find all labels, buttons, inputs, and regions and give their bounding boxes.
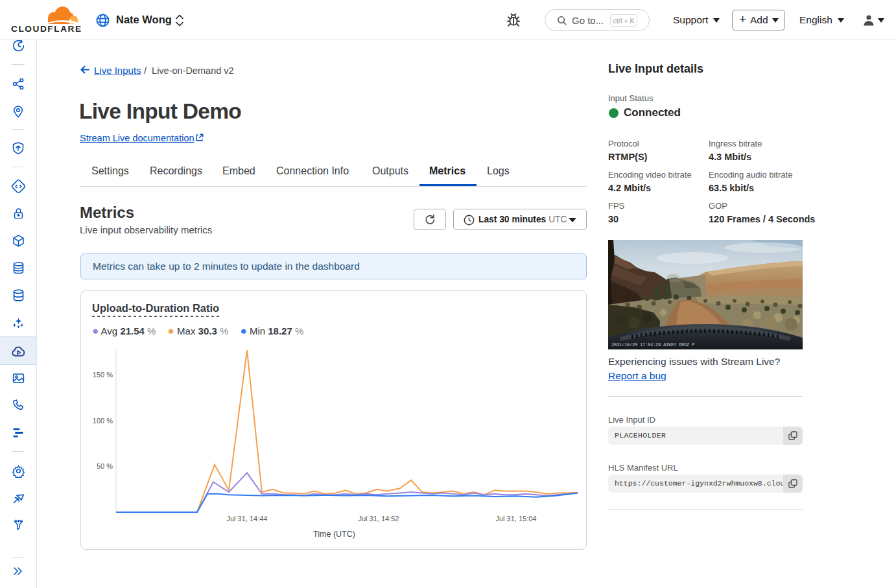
svg-text:CLOUDFLARE: CLOUDFLARE [11, 24, 81, 34]
svg-text:2021/10/20 17:54:29 AIKEY DROZ: 2021/10/20 17:54:29 AIKEY DROZ P [611, 342, 694, 347]
